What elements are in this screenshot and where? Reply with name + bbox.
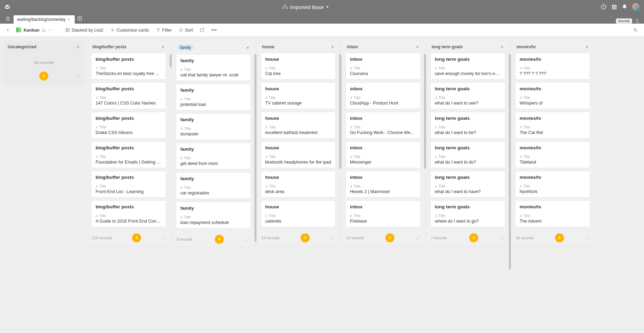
chevron-down-icon[interactable]: ▼	[68, 18, 71, 21]
chevron-down-icon[interactable]: ▼	[246, 46, 250, 50]
column-header[interactable]: house▼	[258, 41, 339, 53]
record-card[interactable]: blog/buffer postsA TitleTheStocks.im bes…	[91, 53, 166, 80]
avatar[interactable]	[632, 3, 640, 11]
column-header[interactable]: Uncategorized▼	[3, 41, 84, 53]
expand-icon[interactable]	[585, 236, 589, 240]
view-switcher[interactable]: Kanban	[14, 26, 55, 34]
record-card[interactable]: long term goalsA Titlewhat do I want to …	[430, 112, 505, 139]
record-card[interactable]: inboxA TitleHexels 2 | Marmoset	[345, 171, 421, 198]
more-options-button[interactable]: •••	[209, 26, 220, 34]
add-record-button[interactable]	[555, 233, 564, 242]
column-header[interactable]: family▼	[173, 41, 254, 54]
scrollbar-thumb[interactable]	[170, 54, 172, 67]
chevron-down-icon[interactable]: ▼	[331, 45, 334, 49]
expand-icon[interactable]	[161, 236, 165, 240]
record-card[interactable]: long term goalsA Titlewhat do I want to …	[430, 141, 505, 168]
chevron-down-icon[interactable]: ▼	[76, 45, 80, 49]
record-card[interactable]: houseA Titleexcellent bathtub treatment	[261, 112, 336, 139]
chevron-down-icon[interactable]: ▼	[416, 45, 419, 49]
field-value: get deed from mom	[180, 161, 246, 166]
stacked-by-button[interactable]: Stacked by List2	[63, 26, 106, 34]
chevron-down-icon[interactable]: ▼	[585, 45, 589, 49]
record-card[interactable]: inboxA TitleGo Fucking Work - Chrome Web…	[345, 112, 421, 139]
base-title[interactable]: Imported Base ▼	[10, 4, 601, 10]
record-card[interactable]: long term goalsA Titlewhat do I want to …	[430, 82, 505, 109]
sidebar-toggle-icon[interactable]: ☰	[3, 15, 13, 23]
column-header[interactable]: movies/tv▼	[512, 41, 593, 53]
share-button[interactable]: SHARE	[616, 18, 632, 24]
record-card[interactable]: familyA Titleget deed from mom	[176, 143, 251, 169]
record-card[interactable]: long term goalsA Titlewhat do I want to …	[430, 171, 505, 198]
scrollbar-thumb[interactable]	[254, 54, 256, 242]
record-card[interactable]: inboxA TitleMessenger	[345, 141, 421, 168]
record-card[interactable]: inboxA TitleCoursera	[345, 53, 421, 80]
record-card[interactable]: blog/buffer postsA TitleFront-End List -…	[91, 171, 166, 198]
add-record-button[interactable]	[132, 233, 141, 242]
expand-icon[interactable]	[246, 237, 250, 241]
tab-active[interactable]: waiting/backlog/someday ▼	[14, 15, 75, 24]
record-card[interactable]: houseA Titlecabinets	[261, 200, 336, 227]
card-heading: blog/buffer posts	[96, 57, 162, 62]
add-table-button[interactable]	[75, 15, 84, 23]
sort-button[interactable]: Sort	[176, 26, 196, 34]
field-label: A Title	[435, 95, 501, 100]
column-cards[interactable]: long term goalsA Titlesave enough money …	[427, 53, 508, 231]
record-card[interactable]: blog/buffer postsA TitleFoundation for E…	[91, 141, 166, 168]
record-card[interactable]: movies/tvA TitleWhispers of	[515, 82, 590, 109]
column-header[interactable]: long term goals▼	[427, 41, 508, 53]
add-record-button[interactable]	[215, 235, 224, 244]
expand-icon[interactable]	[76, 74, 80, 78]
record-card[interactable]: familyA Titledumpster	[176, 113, 251, 140]
chevron-down-icon[interactable]: ▼	[161, 45, 165, 49]
record-card[interactable]: movies/tvA TitleTideland	[515, 141, 590, 168]
scrollbar-thumb[interactable]	[424, 54, 426, 169]
apps-grid-icon[interactable]	[611, 4, 617, 10]
expand-icon[interactable]	[416, 236, 420, 240]
history-icon[interactable]	[635, 19, 640, 24]
share-view-button[interactable]	[197, 26, 207, 34]
record-card[interactable]: inboxA TitleFirebase	[345, 200, 421, 227]
add-record-button[interactable]	[301, 233, 310, 242]
record-card[interactable]: movies/tvA TitleNorthfork	[515, 171, 590, 198]
record-card[interactable]: inboxA TitleCloudApp - Product Hunt	[345, 82, 421, 109]
record-card[interactable]: blog/buffer postsA TitleDrake CSS Albums	[91, 112, 166, 139]
column-header[interactable]: inbox▼	[343, 41, 423, 53]
views-menu-toggle[interactable]: ▼	[3, 27, 12, 33]
customize-cards-button[interactable]: Customize cards	[107, 26, 152, 34]
record-card[interactable]: movies/tvA TitleThe Advent	[515, 200, 590, 227]
record-card[interactable]: houseA Titlebluetooth headphones for the…	[261, 141, 336, 168]
chevron-down-icon[interactable]: ▼	[500, 45, 504, 49]
help-icon[interactable]: ?	[601, 4, 606, 10]
bell-icon[interactable]	[622, 4, 627, 10]
column-cards[interactable]: houseA TitleCat treehouseA TitleTV cabin…	[258, 53, 339, 231]
record-card[interactable]: blog/buffer postsA Title147 Colors | CSS…	[91, 82, 166, 109]
column-cards[interactable]: blog/buffer postsA TitleTheStocks.im bes…	[88, 53, 169, 231]
search-button[interactable]	[630, 26, 641, 34]
record-card[interactable]: movies/tvA Title? ??? ? ? ???	[515, 53, 590, 80]
record-card[interactable]: familyA Titlecar registration	[176, 172, 251, 199]
add-record-button[interactable]	[385, 233, 394, 242]
record-card[interactable]: long term goalsA Titlewhere do I want to…	[430, 200, 505, 227]
record-card[interactable]: familyA Titlecall that family lawyer re:…	[176, 54, 251, 81]
scrollbar-thumb[interactable]	[509, 54, 511, 269]
record-card[interactable]: blog/buffer postsA TitleA Guide to 2016 …	[91, 200, 166, 227]
record-card[interactable]: houseA TitleTV cabinet storage	[261, 82, 336, 109]
expand-icon[interactable]	[331, 236, 335, 240]
record-card[interactable]: movies/tvA TitleThe Cat Ret	[515, 112, 590, 139]
add-record-button[interactable]	[39, 72, 48, 81]
column-cards[interactable]: familyA Titlecall that family lawyer re:…	[173, 54, 254, 233]
expand-icon[interactable]	[500, 236, 505, 240]
record-card[interactable]: houseA TitleCat tree	[261, 53, 336, 80]
airtable-logo-icon[interactable]	[4, 4, 10, 10]
record-card[interactable]: houseA Titledesk area	[261, 171, 336, 198]
add-record-button[interactable]	[469, 233, 478, 242]
record-card[interactable]: long term goalsA Titlesave enough money …	[430, 53, 505, 80]
record-card[interactable]: familyA Titlepotential loan	[176, 84, 251, 110]
column-cards[interactable]: inboxA TitleCourserainboxA TitleCloudApp…	[343, 53, 423, 231]
kanban-board-scroll[interactable]: Uncategorized▼No recordsblog/buffer post…	[0, 37, 644, 333]
record-card[interactable]: familyA Titleloan repayment schedule	[176, 202, 251, 228]
filter-button[interactable]: Filter	[153, 26, 175, 34]
column-cards[interactable]: movies/tvA Title? ??? ? ? ???movies/tvA …	[512, 53, 593, 231]
scrollbar-thumb[interactable]	[339, 54, 341, 169]
column-header[interactable]: blog/buffer posts▼	[88, 41, 169, 53]
